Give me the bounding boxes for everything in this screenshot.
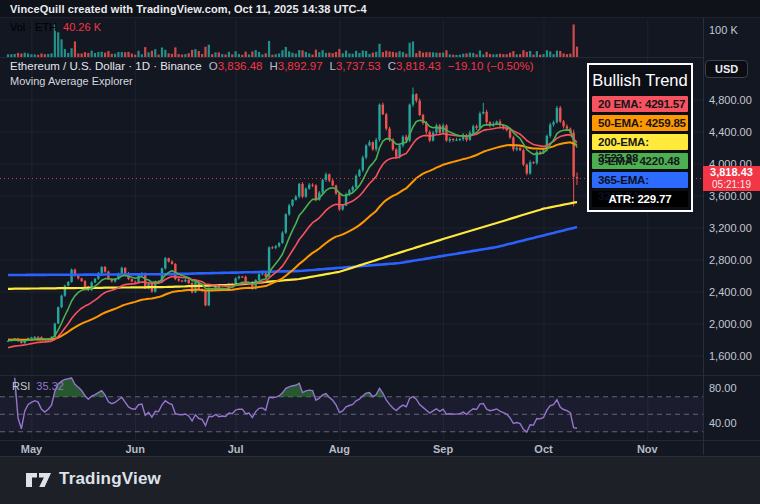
time-tick-nov: Nov [637,443,658,455]
legend-row: 50-EMA: 4259.85 [592,115,688,131]
ohlc-item: L3,737.53 [330,60,381,72]
volume-label: Vol · ETH [10,21,57,33]
rsi-pane-decor [0,397,703,432]
tradingview-logo[interactable]: TradingView [26,469,161,489]
ohlc-item: C3,818.43 [388,60,441,72]
time-tick-may: May [21,443,42,455]
volume-scale-label: 100 K [709,24,738,36]
legend-row: 200-EMA: 3523.98 [592,134,688,150]
legend-row: 365-EMA: 3212.34 [592,172,688,188]
legend-rows: 20 EMA: 4291.5750-EMA: 4259.85200-EMA: 3… [592,96,688,207]
change-value: −19.10 (−0.50%) [448,60,534,72]
rsi-tick-label: 80.00 [709,382,737,394]
last-price-value: 3,818.43 [703,166,760,179]
volume-value: 40.26 K [63,21,101,33]
tradingview-logo-icon [26,470,51,488]
legend-row: 20 EMA: 4291.57 [592,96,688,112]
currency-badge[interactable]: USD [705,60,748,78]
price-tick-label: 3,200.00 [709,222,752,234]
rsi-label: RSI [12,380,30,392]
time-tick-jun: Jun [125,443,145,455]
rsi-indicator-legend[interactable]: RSI35.32 [12,380,64,392]
symbol-title[interactable]: Ethereum / U.S. Dollar · 1D · Binance [10,60,202,72]
legend-row: 9-EMA: 4220.48 [592,153,688,169]
price-tick-label: 4,400.00 [709,126,752,138]
price-tick-label: 2,000.00 [709,318,752,330]
time-tick-jul: Jul [228,443,244,455]
ohlc-item: O3,836.48 [209,60,263,72]
time-tick-sep: Sep [433,443,453,455]
bar-countdown: 05:21:19 [703,179,760,190]
tradingview-brand-text: TradingView [59,469,161,489]
price-tick-label: 2,400.00 [709,286,752,298]
ohlc-item: H3,892.97 [269,60,322,72]
price-tick-label: 2,800.00 [709,254,752,266]
tradingview-chart-window: VinceQuill created with TradingView.com,… [0,0,760,504]
volume-indicator-legend[interactable]: Vol · ETH40.26 K [10,21,101,33]
price-tick-label: 3,600.00 [709,190,752,202]
ema-line-9-EMA [8,120,577,341]
symbol-legend: Ethereum / U.S. Dollar · 1D · BinanceO3,… [10,60,533,72]
legend-title: Bullish Trend [592,68,688,93]
indicator-label[interactable]: Moving Average Explorer [10,75,133,87]
rsi-tick-label: 40.00 [709,417,737,429]
trend-legend-panel: Bullish Trend 20 EMA: 4291.5750-EMA: 425… [587,63,693,212]
time-tick-aug: Aug [329,443,350,455]
last-price-badge: 3,818.43 05:21:19 [703,166,760,191]
ohlc-values: O3,836.48H3,892.97L3,737.53C3,818.43 [202,60,441,72]
price-tick-label: 1,600.00 [709,350,752,362]
rsi-value: 35.32 [36,380,64,392]
time-tick-oct: Oct [534,443,552,455]
ema-line-20 EMA [8,128,577,348]
price-tick-label: 4,800.00 [709,94,752,106]
bottom-toolbar: TradingView [0,456,760,504]
ema-line-50-EMA [8,142,577,339]
candles [7,88,578,344]
